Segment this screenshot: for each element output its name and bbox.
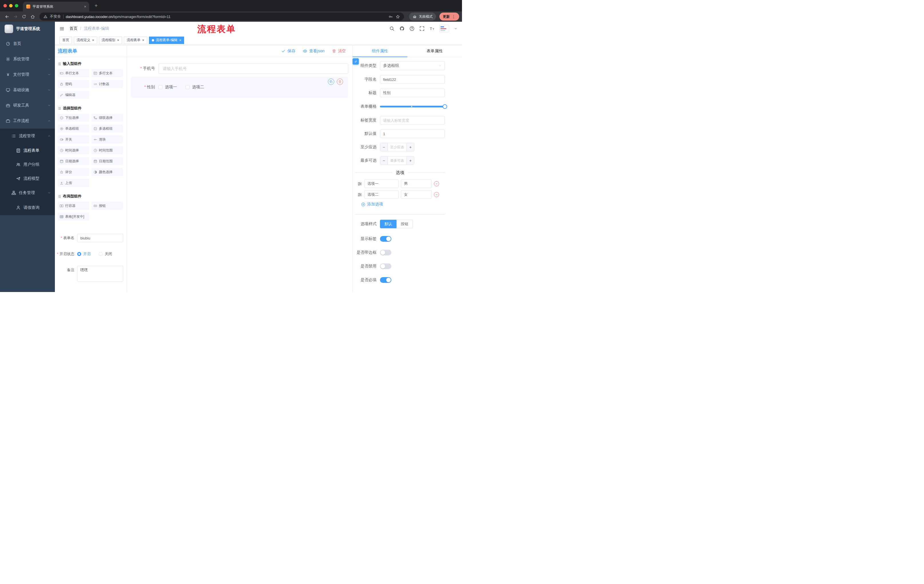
back-icon[interactable] (3, 13, 11, 21)
palette-item-date-range[interactable]: 日期范围 (91, 157, 123, 165)
form-name-input[interactable] (77, 234, 123, 242)
palette-item-color-picker[interactable]: 颜色选择 (91, 168, 123, 176)
option-label-input[interactable] (364, 179, 399, 188)
option-drag-icon[interactable] (358, 182, 362, 186)
sidebar-item-process-model[interactable]: 流程模型 (0, 171, 55, 186)
tab-component-props[interactable]: 组件属性 (353, 45, 408, 57)
delete-component-button[interactable] (337, 79, 343, 85)
style-button-button[interactable]: 按钮 (396, 220, 413, 228)
sidebar-item-user-groups[interactable]: 用户分组 (0, 158, 55, 171)
label-width-input[interactable] (380, 116, 445, 125)
option-value-input[interactable] (401, 179, 432, 188)
close-icon[interactable]: × (117, 38, 119, 42)
palette-item-rate[interactable]: 评分 (58, 168, 89, 176)
palette-item-table[interactable]: 表格[开发中] (58, 212, 89, 220)
tag-process-form-edit[interactable]: 流程表单-编辑× (149, 36, 185, 44)
palette-item-counter[interactable]: 123计数器 (91, 80, 123, 88)
palette-item-editor[interactable]: 编辑器 (58, 91, 89, 99)
option-drag-icon[interactable] (358, 192, 362, 197)
close-icon[interactable]: × (142, 38, 144, 42)
close-icon[interactable]: × (179, 38, 182, 42)
tab-form-props[interactable]: 表单属性 (408, 45, 462, 57)
palette-item-row-container[interactable]: 行容器 (58, 202, 89, 210)
title-input[interactable] (380, 89, 445, 97)
palette-item-select[interactable]: 下拉选择 (58, 114, 89, 122)
status-radio-off[interactable]: 关闭 (99, 252, 112, 257)
fullscreen-icon[interactable] (419, 26, 424, 31)
window-zoom-button[interactable] (15, 4, 18, 7)
sidebar-item-process-mgmt[interactable]: 流程管理 (0, 128, 55, 143)
palette-item-slider[interactable]: 滑块 (91, 135, 123, 143)
decrement-button[interactable]: − (380, 143, 388, 151)
browser-update-button[interactable]: 更新 ⋮ (439, 13, 459, 21)
palette-item-upload[interactable]: 上传 (58, 179, 89, 187)
gender-option-2[interactable]: 选项二 (186, 85, 204, 90)
component-type-select[interactable]: 多选框组 (380, 61, 445, 70)
security-label[interactable]: 不安全 (50, 14, 61, 19)
slider-handle[interactable] (442, 104, 447, 109)
link-icon[interactable] (353, 58, 359, 64)
user-avatar[interactable] (439, 25, 449, 32)
copy-component-button[interactable] (328, 79, 334, 85)
canvas-field-gender-selected[interactable]: 性别 选项一 选项二 (131, 77, 348, 98)
palette-item-textarea[interactable]: 多行文本 (91, 69, 123, 77)
gender-option-1[interactable]: 选项一 (158, 85, 177, 90)
github-icon[interactable] (399, 26, 404, 31)
new-tab-button[interactable]: + (92, 2, 100, 10)
sidebar-item-process-form[interactable]: 流程表单 (0, 143, 55, 158)
tag-home[interactable]: 首页 (59, 36, 72, 44)
tag-process-model[interactable]: 流程模型× (99, 36, 122, 44)
font-size-icon[interactable]: TT (429, 26, 434, 31)
hamburger-icon[interactable] (59, 26, 64, 31)
palette-item-time-range[interactable]: 时间范围 (91, 146, 123, 154)
help-icon[interactable] (409, 26, 414, 31)
remove-option-button[interactable]: − (434, 192, 439, 197)
option-value-input[interactable] (401, 190, 432, 199)
url-omnibox[interactable]: 不安全 dashboard.yudao.iocoder.cn/bpm/manag… (40, 13, 404, 21)
option-label-input[interactable] (364, 190, 399, 199)
palette-item-switch[interactable]: 开关 (58, 135, 89, 143)
palette-item-radio-group[interactable]: 单选框组 (58, 125, 89, 133)
sidebar-item-infra[interactable]: 基础设施 (0, 82, 55, 98)
bookmark-star-icon[interactable] (396, 15, 400, 19)
sidebar-item-workflow[interactable]: 工作流程 (0, 113, 55, 128)
close-icon[interactable]: × (92, 38, 94, 42)
status-radio-on[interactable]: 开启 (77, 252, 91, 257)
sidebar-item-devtools[interactable]: 研发工具 (0, 98, 55, 113)
sidebar-item-home[interactable]: 首页 (0, 36, 55, 51)
sidebar-item-leave-query[interactable]: 请假查询 (0, 200, 55, 215)
sidebar-item-task-mgmt[interactable]: 任务管理 (0, 186, 55, 200)
view-json-button[interactable]: 查看json (303, 49, 325, 54)
min-select-input[interactable] (388, 143, 406, 151)
max-select-input[interactable] (388, 156, 406, 165)
browser-menu-icon[interactable]: ⋮ (452, 14, 456, 19)
checkbox-box[interactable] (186, 85, 190, 89)
search-icon[interactable] (389, 26, 394, 31)
checkbox-box[interactable] (158, 85, 162, 89)
phone-field-input[interactable] (158, 63, 348, 74)
sidebar-item-system[interactable]: 系统管理 (0, 51, 55, 67)
remove-option-button[interactable]: − (434, 181, 439, 186)
palette-item-button[interactable]: 按钮 (91, 202, 123, 210)
palette-item-single-line-text[interactable]: 单行文本 (58, 69, 89, 77)
increment-button[interactable]: + (406, 156, 414, 165)
sidebar-logo[interactable]: 芋道管理系统 (0, 22, 55, 36)
form-remark-textarea[interactable]: 嘿嘿 (77, 266, 123, 282)
tag-process-form[interactable]: 流程表单× (124, 36, 147, 44)
increment-button[interactable]: + (406, 143, 414, 151)
palette-item-date-picker[interactable]: 日期选择 (58, 157, 89, 165)
breadcrumb-home[interactable]: 首页 (69, 26, 78, 31)
grid-slider[interactable] (380, 102, 445, 111)
palette-item-cascader[interactable]: 级联选择 (91, 114, 123, 122)
forward-icon[interactable] (12, 13, 20, 21)
browser-tab[interactable]: 芋道管理系统 × (23, 2, 89, 12)
disabled-toggle[interactable] (380, 263, 391, 269)
form-canvas[interactable]: 手机号 性别 选项一 选项二 (127, 57, 352, 292)
show-label-toggle[interactable] (380, 236, 391, 242)
tab-close-icon[interactable]: × (84, 4, 86, 9)
key-icon[interactable] (389, 15, 393, 19)
home-icon[interactable] (29, 13, 36, 21)
slider-track[interactable] (380, 106, 445, 107)
window-minimize-button[interactable] (9, 4, 13, 7)
add-option-button[interactable]: 添加选项 (361, 202, 445, 207)
